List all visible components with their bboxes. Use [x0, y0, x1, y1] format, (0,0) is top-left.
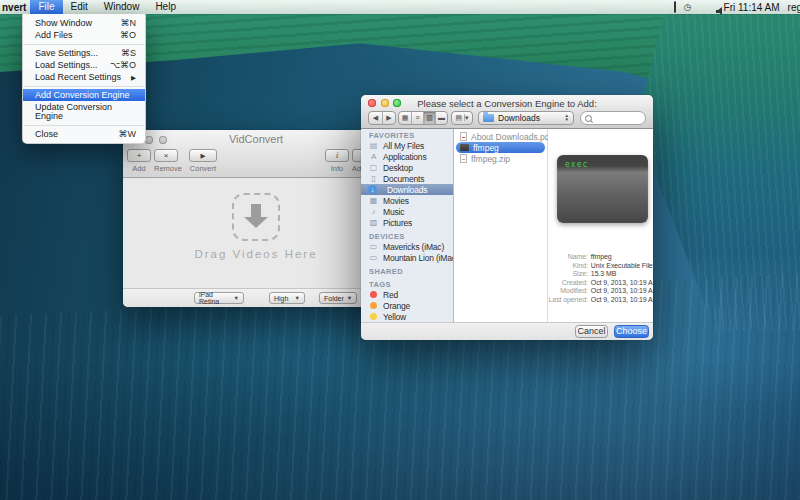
popup-updown-icon: ▲▼: [565, 114, 569, 122]
sidebar-item-desktop[interactable]: ▢ Desktop: [361, 162, 453, 173]
sidebar-item-all-my-files[interactable]: ▤ All My Files: [361, 140, 453, 151]
minimize-window-button[interactable]: [145, 136, 153, 144]
pictures-icon: ▧: [368, 218, 379, 227]
info-button-label: Info: [325, 164, 349, 173]
pdf-document-icon: [460, 132, 467, 141]
menu-item-show-window[interactable]: Show Window ⌘N: [23, 17, 145, 29]
vidconvert-window: VidConvert + Add × Remove ▶ Convert i In…: [123, 130, 389, 307]
executable-file-icon: [460, 144, 469, 151]
menu-window[interactable]: Window: [96, 0, 148, 14]
sidebar-section-devices: DEVICES: [361, 232, 453, 241]
coverflow-view-button[interactable]: ▬: [435, 112, 447, 124]
menu-item-close[interactable]: Close ⌘W: [23, 128, 145, 140]
menu-bar-clock[interactable]: Fri 11:14 AM: [724, 2, 780, 13]
add-button[interactable]: +: [127, 149, 151, 162]
zoom-window-button[interactable]: [393, 99, 401, 107]
shortcut-add-files: ⌘O: [120, 31, 136, 40]
display-icon[interactable]: [674, 0, 676, 14]
column-view-button[interactable]: ▥: [423, 112, 435, 124]
movies-icon: ▦: [368, 196, 379, 205]
download-arrow-icon: [251, 204, 261, 217]
applications-icon: A: [368, 152, 379, 161]
detail-modified: Modified: Oct 9, 2013, 10:19 AM: [548, 287, 651, 296]
sidebar-item-applications[interactable]: A Applications: [361, 151, 453, 162]
convert-button-label: Convert: [189, 164, 217, 173]
imac-icon: ▭: [368, 242, 379, 251]
menu-bar: nvert File Edit Window Help ◷ Fri 11:14 …: [0, 0, 800, 14]
sidebar-item-movies[interactable]: ▦ Movies: [361, 195, 453, 206]
minimize-window-button[interactable]: [381, 99, 389, 107]
sidebar-item-music[interactable]: ♪ Music: [361, 206, 453, 217]
sidebar-item-tag-yellow[interactable]: Yellow: [361, 311, 453, 322]
exec-icon-label: exec: [565, 160, 588, 169]
choose-button[interactable]: Choose: [614, 325, 649, 338]
file-row-ffmpeg[interactable]: ffmpeg: [456, 142, 545, 153]
file-details: Name: ffmpeg Kind: Unix Executable File …: [548, 253, 651, 304]
back-button[interactable]: ◀: [369, 112, 382, 124]
sidebar-item-tag-orange[interactable]: Orange: [361, 300, 453, 311]
sidebar-item-documents[interactable]: ▯ Documents: [361, 173, 453, 184]
sidebar-item-tag-red[interactable]: Red: [361, 289, 453, 300]
sidebar: FAVORITES ▤ All My Files A Applications …: [361, 129, 454, 322]
sidebar-item-mavericks-imac[interactable]: ▭ Mavericks (iMac): [361, 241, 453, 252]
file-menu-dropdown: Show Window ⌘N Add Files ⌘O Save Setting…: [22, 14, 146, 144]
dialog-titlebar: Please select a Conversion Engine to Add…: [361, 95, 653, 129]
menu-edit[interactable]: Edit: [63, 0, 96, 14]
menu-item-load-settings[interactable]: Load Settings... ⌥⌘O: [23, 59, 145, 71]
search-field[interactable]: [580, 111, 646, 125]
user-menu-partial[interactable]: reg: [788, 2, 800, 13]
sidebar-item-mountain-lion-imac[interactable]: ▭ Mountain Lion (iMac): [361, 252, 453, 263]
detail-created: Created: Oct 9, 2013, 10:19 AM: [548, 279, 651, 288]
close-window-button[interactable]: [368, 99, 376, 107]
convert-button[interactable]: ▶: [189, 149, 217, 162]
menu-help[interactable]: Help: [147, 0, 184, 14]
shortcut-load-settings: ⌥⌘O: [110, 61, 136, 70]
icon-view-button[interactable]: ▦: [399, 112, 411, 124]
video-drop-zone[interactable]: [232, 193, 280, 241]
orange-tag-icon: [370, 302, 377, 309]
imac-icon: ▭: [368, 253, 379, 262]
menu-item-add-files[interactable]: Add Files ⌘O: [23, 29, 145, 41]
popup-caret-icon: ▾: [464, 114, 469, 121]
yellow-tag-icon: [370, 313, 377, 320]
menu-item-load-recent-settings[interactable]: Load Recent Settings ▶: [23, 71, 145, 83]
app-menu-partial[interactable]: nvert: [2, 2, 26, 13]
location-popup[interactable]: Downloads ▲▼: [478, 111, 574, 125]
vidconvert-bottom-bar: iPad Retina▼ High▼ Folder▼: [123, 288, 389, 307]
forward-button[interactable]: ▶: [382, 112, 395, 124]
zip-archive-icon: [460, 154, 467, 163]
dialog-button-bar: Cancel Choose: [361, 322, 653, 340]
detail-name: Name: ffmpeg: [548, 253, 651, 262]
preset-popup[interactable]: iPad Retina▼: [194, 292, 244, 304]
menu-item-save-settings[interactable]: Save Settings... ⌘S: [23, 47, 145, 59]
sidebar-section-shared: SHARED: [361, 267, 453, 276]
list-view-button[interactable]: ≡: [411, 112, 423, 124]
zoom-window-button[interactable]: [159, 136, 167, 144]
menu-item-add-conversion-engine[interactable]: Add Conversion Engine: [23, 89, 145, 101]
unix-executable-preview-icon: exec: [557, 155, 648, 223]
submenu-arrow-icon: ▶: [131, 73, 136, 82]
cancel-button[interactable]: Cancel: [575, 325, 608, 338]
file-row-ffmpeg-zip[interactable]: ffmpeg.zip: [454, 153, 547, 164]
sidebar-section-favorites: FAVORITES: [361, 131, 453, 140]
sidebar-item-downloads[interactable]: ↓ Downloads: [361, 184, 453, 195]
popup-caret-icon: ▼: [347, 295, 352, 301]
info-button[interactable]: i: [325, 149, 349, 162]
drop-zone-hint: Drag Videos Here: [123, 248, 389, 260]
search-icon: [585, 115, 592, 122]
destination-popup[interactable]: Folder▼: [319, 292, 357, 304]
dialog-body: FAVORITES ▤ All My Files A Applications …: [361, 129, 653, 322]
file-row-about-downloads[interactable]: About Downloads.pdf: [454, 131, 547, 142]
sidebar-item-pictures[interactable]: ▧ Pictures: [361, 217, 453, 228]
quality-popup[interactable]: High▼: [269, 292, 305, 304]
arrange-icon: ▤: [455, 114, 462, 121]
downloads-icon: ↓: [368, 185, 377, 194]
dialog-toolbar: ◀ ▶ ▦ ≡ ▥ ▬ ▤ ▾ Downloads ▲▼: [361, 110, 653, 128]
remove-button[interactable]: ×: [154, 149, 178, 162]
menu-file[interactable]: File: [30, 0, 62, 14]
menu-item-update-conversion-engine[interactable]: Update Conversion Engine: [23, 101, 145, 122]
location-popup-label: Downloads: [498, 113, 561, 123]
arrange-popup-button[interactable]: ▤ ▾: [452, 112, 472, 124]
time-machine-icon[interactable]: ◷: [684, 0, 692, 14]
detail-kind: Kind: Unix Executable File: [548, 262, 651, 271]
